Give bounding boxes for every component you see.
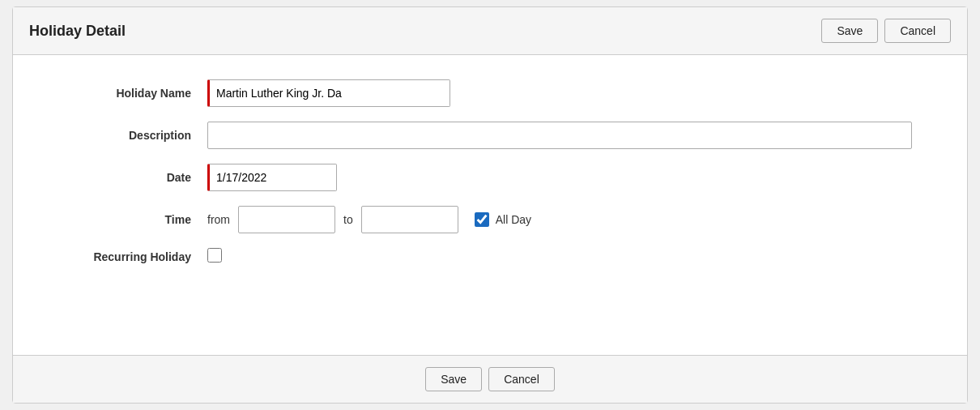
footer-cancel-button[interactable]: Cancel <box>488 367 555 391</box>
time-from-label: from <box>207 213 230 226</box>
description-row: Description <box>45 122 935 149</box>
all-day-checkbox[interactable] <box>475 212 489 227</box>
recurring-control <box>207 248 935 265</box>
time-control: from to All Day <box>207 206 935 233</box>
recurring-checkbox[interactable] <box>207 248 222 263</box>
holiday-name-input[interactable] <box>207 79 450 107</box>
all-day-container: All Day <box>475 212 531 227</box>
time-row: Time from to All Day <box>45 206 935 233</box>
time-label: Time <box>45 213 207 226</box>
recurring-label: Recurring Holiday <box>45 250 207 263</box>
dialog-body: Holiday Name Description Date Time from <box>13 55 967 355</box>
date-control <box>207 164 935 191</box>
footer-save-button[interactable]: Save <box>425 367 482 391</box>
holiday-name-control <box>207 79 935 107</box>
dialog-header: Holiday Detail Save Cancel <box>13 7 967 55</box>
holiday-detail-dialog: Holiday Detail Save Cancel Holiday Name … <box>12 6 968 404</box>
time-from-input[interactable] <box>238 206 335 233</box>
date-label: Date <box>45 171 207 184</box>
header-buttons: Save Cancel <box>821 19 951 43</box>
header-save-button[interactable]: Save <box>821 19 878 43</box>
date-row: Date <box>45 164 935 191</box>
time-to-input[interactable] <box>361 206 458 233</box>
description-label: Description <box>45 129 207 142</box>
description-control <box>207 122 935 149</box>
holiday-name-row: Holiday Name <box>45 79 935 107</box>
date-input[interactable] <box>207 164 337 191</box>
dialog-footer: Save Cancel <box>13 355 967 403</box>
time-to-label: to <box>343 213 353 226</box>
all-day-label: All Day <box>496 213 531 226</box>
description-input[interactable] <box>207 122 912 149</box>
dialog-title: Holiday Detail <box>29 23 126 40</box>
header-cancel-button[interactable]: Cancel <box>884 19 951 43</box>
time-inputs-row: from to All Day <box>207 206 935 233</box>
holiday-name-label: Holiday Name <box>45 87 207 100</box>
recurring-row: Recurring Holiday <box>45 248 935 265</box>
